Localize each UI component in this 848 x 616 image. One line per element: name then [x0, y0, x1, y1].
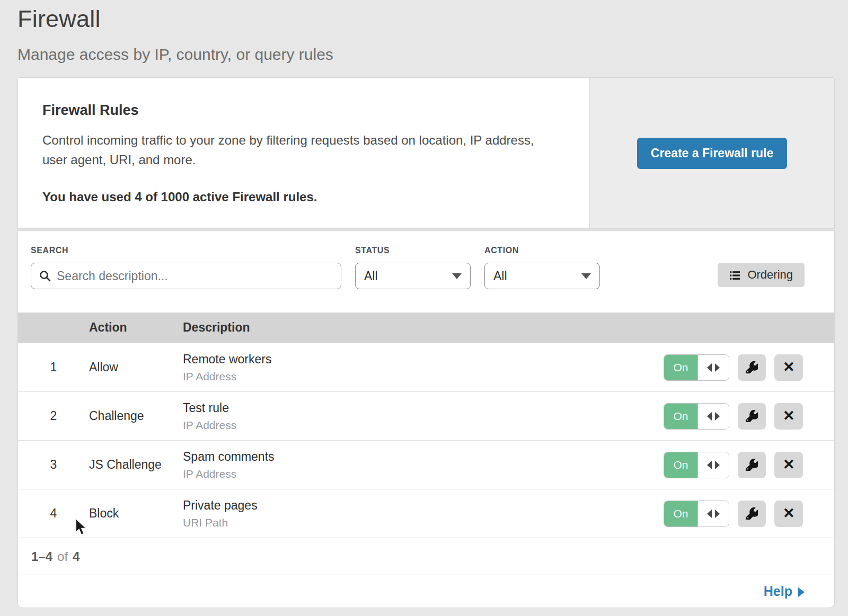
ordering-wrap: Ordering [718, 246, 822, 287]
table-row: 3 JS Challenge Spam comments IP Address … [18, 440, 834, 489]
rule-priority: 4 [18, 506, 89, 521]
toggle-arrows-icon [698, 404, 729, 429]
rule-action: JS Challenge [89, 458, 183, 472]
toggle-on-label: On [664, 501, 698, 526]
action-selected-value: All [493, 269, 507, 283]
intro-description: Control incoming traffic to your zone by… [42, 130, 551, 169]
toggle-on-label: On [664, 452, 698, 478]
delete-rule-button[interactable]: ✕ [774, 403, 803, 430]
list-icon [729, 270, 740, 281]
triangle-right-icon [798, 587, 805, 597]
firewall-rules-intro-card: Firewall Rules Control incoming traffic … [17, 77, 835, 229]
rule-enabled-toggle[interactable]: On [664, 452, 729, 478]
rule-priority: 2 [18, 409, 89, 423]
rule-controls: On ✕ [664, 354, 834, 381]
edit-rule-button[interactable] [738, 403, 766, 430]
create-firewall-rule-button[interactable]: Create a Firewall rule [637, 138, 787, 169]
delete-rule-button[interactable]: ✕ [774, 452, 803, 478]
rule-description-cell: Spam comments IP Address [183, 450, 664, 480]
rule-description-cell: Private pages URI Path [183, 498, 664, 529]
search-input[interactable] [57, 269, 333, 283]
rule-description: Remote workers [183, 352, 664, 367]
filters-bar: SEARCH STATUS All [18, 231, 834, 313]
rule-action: Challenge [89, 409, 183, 423]
rule-priority: 1 [18, 360, 89, 374]
rule-field: IP Address [183, 370, 664, 383]
rules-table: Action Description 1 Allow Remote worker… [18, 313, 834, 538]
firewall-page: Firewall Manage access by IP, country, o… [0, 0, 848, 608]
rule-description: Spam comments [183, 450, 664, 464]
action-column-header: Action [89, 320, 183, 335]
edit-rule-button[interactable] [738, 354, 766, 381]
rule-description: Test rule [183, 401, 664, 415]
ordering-button[interactable]: Ordering [718, 263, 805, 287]
rule-field: IP Address [183, 419, 664, 432]
close-icon: ✕ [783, 360, 795, 374]
action-label: ACTION [484, 246, 600, 255]
status-filter: STATUS All [355, 246, 471, 289]
wrench-icon [746, 459, 758, 471]
wrench-icon [746, 361, 758, 373]
search-filter: SEARCH [31, 246, 341, 289]
rule-priority: 3 [18, 458, 89, 472]
firewall-rules-list-card: SEARCH STATUS All [17, 230, 835, 608]
search-label: SEARCH [31, 246, 341, 255]
status-selected-value: All [364, 269, 378, 283]
rule-action: Allow [89, 360, 183, 374]
pagination: 1–4 of 4 [18, 538, 834, 575]
rule-action: Block [89, 506, 183, 521]
rule-field: URI Path [183, 516, 664, 529]
rule-controls: On ✕ [664, 501, 834, 527]
rule-enabled-toggle[interactable]: On [664, 354, 729, 381]
wrench-icon [746, 507, 758, 520]
rule-description-cell: Remote workers IP Address [183, 352, 664, 383]
pagination-total: 4 [73, 549, 80, 564]
table-row: 4 Block Private pages URI Path On [18, 489, 834, 538]
help-link[interactable]: Help [764, 584, 805, 599]
toggle-arrows-icon [698, 452, 729, 478]
chevron-down-icon [581, 273, 591, 279]
rule-description: Private pages [183, 498, 664, 513]
delete-rule-button[interactable]: ✕ [774, 501, 803, 527]
close-icon: ✕ [783, 458, 795, 472]
rule-controls: On ✕ [664, 403, 834, 430]
action-filter: ACTION All [484, 246, 600, 289]
toggle-on-label: On [664, 355, 698, 380]
rule-enabled-toggle[interactable]: On [664, 501, 729, 527]
table-header: Action Description [18, 313, 834, 343]
status-select[interactable]: All [355, 263, 471, 289]
close-icon: ✕ [783, 409, 795, 423]
chevron-down-icon [452, 273, 462, 279]
close-icon: ✕ [783, 506, 795, 521]
card-footer: Help [18, 575, 834, 608]
pagination-of: of [57, 549, 68, 564]
edit-rule-button[interactable] [738, 452, 766, 478]
ordering-button-label: Ordering [747, 268, 793, 282]
toggle-arrows-icon [698, 501, 729, 526]
intro-text-panel: Firewall Rules Control incoming traffic … [18, 78, 589, 228]
help-link-label: Help [764, 584, 792, 599]
page-title: Firewall [17, 5, 835, 33]
rule-controls: On ✕ [664, 452, 834, 478]
status-label: STATUS [355, 246, 471, 255]
table-row: 1 Allow Remote workers IP Address On [18, 343, 834, 391]
create-rule-panel: Create a Firewall rule [589, 78, 834, 228]
rule-enabled-toggle[interactable]: On [664, 403, 729, 430]
rule-description-cell: Test rule IP Address [183, 401, 664, 432]
pagination-range: 1–4 [31, 549, 52, 564]
edit-rule-button[interactable] [738, 501, 766, 527]
rules-usage-note: You have used 4 of 1000 active Firewall … [42, 190, 565, 204]
page-subtitle: Manage access by IP, country, or query r… [17, 46, 835, 64]
search-icon [39, 270, 57, 282]
action-select[interactable]: All [484, 263, 600, 289]
intro-heading: Firewall Rules [42, 102, 565, 119]
toggle-arrows-icon [698, 355, 729, 380]
description-column-header: Description [183, 320, 664, 335]
delete-rule-button[interactable]: ✕ [774, 354, 803, 381]
search-box [31, 263, 341, 289]
wrench-icon [746, 410, 758, 422]
rule-field: IP Address [183, 468, 664, 480]
table-row: 2 Challenge Test rule IP Address On [18, 391, 834, 440]
toggle-on-label: On [664, 404, 698, 429]
